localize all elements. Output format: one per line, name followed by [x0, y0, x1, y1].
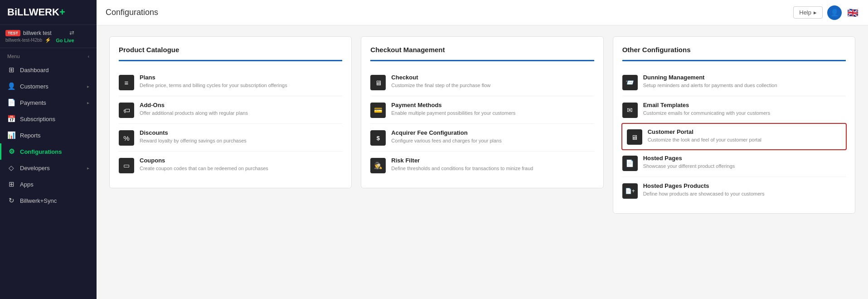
chevron-right-icon: ▸	[87, 166, 89, 171]
sidebar-item-developers[interactable]: ◇ Developers ▸	[0, 160, 97, 176]
go-live-button[interactable]: Go Live	[56, 38, 74, 43]
coupons-title: Coupons	[140, 157, 268, 164]
customer-portal-item[interactable]: 🖥 Customer Portal Customize the look and…	[621, 123, 847, 150]
plans-item[interactable]: ≡ Plans Define price, terms and billing …	[119, 69, 342, 96]
customer-portal-desc: Customize the look and feel of your cust…	[648, 137, 761, 143]
hosted-pages-products-item[interactable]: 📄+ Hosted Pages Products Define how prod…	[622, 177, 846, 204]
other-configurations-title: Other Configurations	[622, 46, 846, 61]
acquirer-fee-icon: $	[370, 130, 386, 146]
hosted-pages-title: Hosted Pages	[643, 155, 735, 162]
test-badge: TEST	[5, 30, 20, 36]
hosted-pages-text: Hosted Pages Showcase your different pro…	[643, 155, 735, 170]
addons-icon: 🏷	[119, 103, 134, 118]
coupons-text: Coupons Create coupon codes that can be …	[140, 157, 268, 172]
menu-label: Menu ‹	[0, 48, 97, 62]
risk-filter-title: Risk Filter	[391, 157, 533, 164]
sidebar-item-label: Configurations	[20, 148, 62, 155]
menu-chevron-icon: ‹	[88, 54, 89, 59]
config-columns: Product Catalogue ≡ Plans Define price, …	[109, 36, 855, 214]
sidebar-item-payments[interactable]: 📄 Payments ▸	[0, 94, 97, 111]
sidebar-item-reports[interactable]: 📊 Reports	[0, 127, 97, 143]
developers-icon: ◇	[7, 164, 15, 172]
sidebar-item-label: Apps	[20, 181, 34, 188]
chevron-right-icon: ▸	[87, 100, 89, 105]
sidebar-item-label: Dashboard	[20, 67, 49, 74]
coupons-item[interactable]: ▭ Coupons Create coupon codes that can b…	[119, 152, 342, 179]
addons-title: Add-Ons	[140, 102, 248, 108]
addons-item[interactable]: 🏷 Add-Ons Offer additional products alon…	[119, 96, 342, 124]
plans-text: Plans Define price, terms and billing cy…	[140, 74, 287, 89]
plans-desc: Define price, terms and billing cycles f…	[140, 82, 287, 89]
help-chevron-icon: ▸	[814, 9, 817, 16]
customers-icon: 👤	[7, 82, 15, 90]
product-catalogue-title: Product Catalogue	[119, 46, 342, 61]
sync-icon[interactable]: ⇄	[69, 29, 74, 36]
logo-plus: +	[59, 6, 65, 18]
discounts-title: Discounts	[140, 129, 247, 136]
dunning-management-title: Dunning Management	[643, 74, 777, 81]
discounts-item[interactable]: % Discounts Reward loyalty by offering s…	[119, 124, 342, 152]
page-title: Configurations	[106, 8, 158, 17]
acquirer-fee-title: Acquirer Fee Configuration	[391, 129, 501, 136]
sidebar-item-label: Payments	[20, 99, 46, 106]
sidebar-item-subscriptions[interactable]: 📅 Subscriptions	[0, 111, 97, 127]
content-area: Product Catalogue ≡ Plans Define price, …	[97, 25, 868, 299]
acquirer-fee-item[interactable]: $ Acquirer Fee Configuration Configure v…	[370, 124, 594, 152]
checkout-icon: 🖥	[370, 75, 386, 90]
customer-portal-text: Customer Portal Customize the look and f…	[648, 128, 761, 143]
sidebar-item-apps[interactable]: ⊞ Apps	[0, 176, 97, 192]
plans-title: Plans	[140, 74, 287, 81]
acquirer-fee-text: Acquirer Fee Configuration Configure var…	[391, 129, 501, 144]
account-id: billwerk-test-f42bb	[5, 38, 42, 43]
hosted-pages-item[interactable]: 📄 Hosted Pages Showcase your different p…	[622, 149, 846, 177]
checkout-title: Checkout	[391, 74, 490, 81]
sidebar-item-configurations[interactable]: ⚙ Configurations	[0, 143, 97, 160]
sidebar-item-label: Developers	[20, 165, 50, 172]
checkout-management-title: Checkout Management	[370, 46, 594, 61]
active-indicator	[0, 143, 1, 160]
checkout-item[interactable]: 🖥 Checkout Customize the final step of t…	[370, 69, 594, 96]
acquirer-fee-desc: Configure various fees and charges for y…	[391, 137, 501, 144]
other-configurations-card: Other Configurations 📨 Dunning Managemen…	[613, 36, 855, 214]
main-content: Configurations Help ▸ 👤 🇬🇧 Product Catal…	[97, 0, 868, 299]
payment-methods-desc: Enable multiple payment possibilities fo…	[391, 110, 515, 117]
flag-icon: 🇬🇧	[847, 7, 858, 18]
addons-text: Add-Ons Offer additional products along …	[140, 102, 248, 117]
discounts-text: Discounts Reward loyalty by offering sav…	[140, 129, 247, 144]
risk-filter-icon: 🕵	[370, 158, 386, 173]
sidebar-item-dashboard[interactable]: ⊞ Dashboard	[0, 62, 97, 78]
language-selector[interactable]: 🇬🇧	[846, 6, 859, 19]
avatar-button[interactable]: 👤	[827, 5, 842, 20]
subscriptions-icon: 📅	[7, 115, 15, 123]
discounts-desc: Reward loyalty by offering savings on pu…	[140, 137, 247, 144]
email-templates-text: Email Templates Customize emails for com…	[643, 102, 771, 117]
sidebar-item-label: Subscriptions	[20, 116, 55, 123]
account-section: TEST billwerk test ⇄ billwerk-test-f42bb…	[0, 25, 97, 48]
hosted-pages-icon: 📄	[622, 156, 638, 171]
sidebar-item-label: Customers	[20, 83, 48, 90]
customer-portal-icon: 🖥	[627, 129, 642, 145]
risk-filter-item[interactable]: 🕵 Risk Filter Define thresholds and cond…	[370, 152, 594, 179]
hosted-pages-products-icon: 📄+	[622, 183, 638, 199]
email-templates-title: Email Templates	[643, 102, 771, 108]
sidebar-item-label: Reports	[20, 132, 41, 139]
hosted-pages-desc: Showcase your different product offering…	[643, 163, 735, 170]
payment-methods-title: Payment Methods	[391, 102, 515, 108]
addons-desc: Offer additional products along with reg…	[140, 110, 248, 117]
topbar-actions: Help ▸ 👤 🇬🇧	[793, 5, 859, 20]
hosted-pages-products-desc: Define how products are showcased to you…	[643, 191, 765, 197]
dunning-management-item[interactable]: 📨 Dunning Management Setup reminders and…	[622, 69, 846, 96]
sidebar-item-customers[interactable]: 👤 Customers ▸	[0, 78, 97, 94]
email-templates-item[interactable]: ✉ Email Templates Customize emails for c…	[622, 96, 846, 124]
chevron-right-icon: ▸	[87, 84, 89, 89]
payment-methods-item[interactable]: 💳 Payment Methods Enable multiple paymen…	[370, 96, 594, 124]
payments-icon: 📄	[7, 98, 15, 107]
risk-filter-text: Risk Filter Define thresholds and condit…	[391, 157, 533, 172]
sidebar-item-billwerk-sync[interactable]: ↻ Billwerk+Sync	[0, 192, 97, 209]
sidebar: BiLLWERK+ TEST billwerk test ⇄ billwerk-…	[0, 0, 97, 299]
logo: BiLLWERK+	[0, 0, 97, 25]
help-button[interactable]: Help ▸	[793, 6, 823, 19]
dunning-management-desc: Setup reminders and alerts for payments …	[643, 82, 777, 89]
apps-icon: ⊞	[7, 180, 15, 188]
customer-portal-title: Customer Portal	[648, 128, 761, 135]
